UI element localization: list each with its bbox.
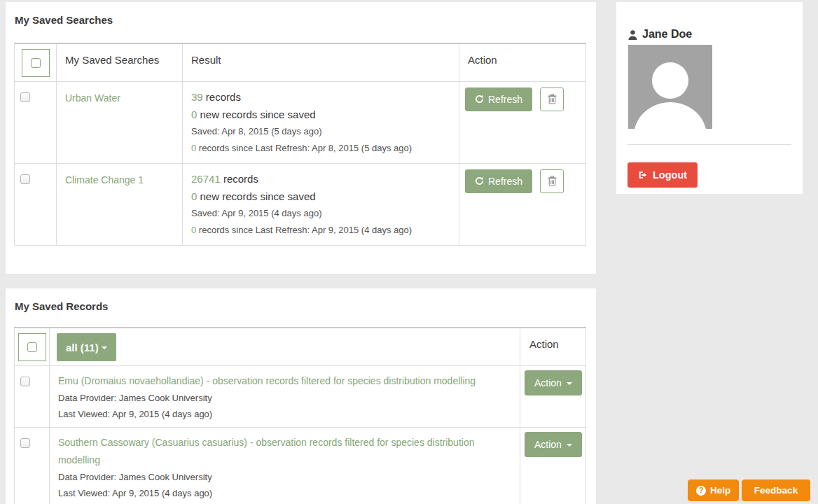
column-header-name: My Saved Searches [57,43,183,81]
records-label: records [223,173,258,185]
refresh-icon [475,94,484,104]
chevron-down-icon [567,382,572,385]
saved-records-title: My Saved Records [6,288,596,312]
saved-search-link[interactable]: Urban Water [65,92,120,104]
table-row: Emu (Dromaius novaehollandiae) - observa… [15,365,586,427]
saved-records-panel: My Saved Records all (11) Action [6,288,596,504]
last-viewed-text: Last Viewed: Apr 9, 2015 (4 days ago) [58,406,511,422]
refresh-icon [475,176,484,186]
table-row: Climate Change 1 26741 records 0 new rec… [15,163,586,245]
select-all-records-cell [15,328,50,365]
saved-record-link[interactable]: Emu (Dromaius novaehollandiae) - observa… [58,375,476,386]
select-all-records-checkbox[interactable] [27,342,37,352]
new-records-count: 0 [191,108,197,120]
new-records-label: new records since saved [200,108,316,120]
saved-searches-table: My Saved Searches Result Action Urban Wa… [14,43,586,246]
help-button[interactable]: ? Help [688,479,739,501]
delete-button[interactable] [540,169,564,193]
feedback-button[interactable]: Feedback [742,479,810,501]
select-all-searches-box [22,49,50,77]
delete-button[interactable] [540,88,564,111]
refresh-count: 0 [191,143,196,153]
data-provider-text: Data Provider: James Cook University [58,390,511,406]
row-checkbox[interactable] [20,438,30,448]
saved-records-table: all (11) Action Emu (Dromaius novaeholla… [14,327,586,504]
row-checkbox[interactable] [20,377,30,386]
data-provider-text: Data Provider: James Cook University [58,469,511,485]
records-count: 26741 [191,173,221,185]
column-header-action: Action [520,328,586,365]
logout-button[interactable]: Logout [628,162,698,188]
select-all-searches-cell [15,43,57,81]
chevron-down-icon [567,444,572,447]
refresh-count: 0 [191,225,196,235]
saved-search-link[interactable]: Climate Change 1 [65,174,144,186]
refresh-date-text: records since Last Refresh: Apr 9, 2015 … [199,225,412,235]
row-checkbox[interactable] [20,92,30,102]
select-all-searches-checkbox[interactable] [31,58,41,68]
saved-date-text: Saved: Apr 8, 2015 (5 days ago) [191,123,450,140]
avatar [628,45,712,129]
records-filter-dropdown[interactable]: all (11) [57,333,116,361]
divider [628,144,791,145]
saved-record-link[interactable]: Southern Cassowary (Casuarius casuarius)… [58,437,474,465]
chevron-down-icon [102,346,107,349]
new-records-count: 0 [191,190,197,202]
saved-date-text: Saved: Apr 9, 2015 (4 days ago) [191,205,450,222]
last-viewed-text: Last Viewed: Apr 9, 2015 (4 days ago) [58,485,511,501]
refresh-button[interactable]: Refresh [465,169,532,193]
column-header-result: Result [183,43,459,81]
new-records-label: new records since saved [200,190,316,202]
refresh-date-text: records since Last Refresh: Apr 8, 2015 … [199,143,412,153]
row-checkbox[interactable] [20,174,30,184]
column-header-action: Action [459,43,586,81]
records-label: records [206,91,241,103]
user-icon [628,29,638,40]
saved-searches-title: My Saved Searches [6,2,596,26]
records-filter-cell: all (11) [50,328,520,365]
trash-icon [548,94,557,104]
records-count: 39 [191,91,203,103]
select-all-records-box [18,333,46,361]
record-action-dropdown[interactable]: Action [525,432,582,457]
logout-icon [638,170,648,180]
user-name: Jane Doe [642,28,692,41]
refresh-button[interactable]: Refresh [465,88,532,111]
trash-icon [548,176,557,186]
table-row: Southern Cassowary (Casuarius casuarius)… [15,427,586,504]
table-row: Urban Water 39 records 0 new records sin… [15,81,586,163]
question-icon: ? [696,486,706,496]
saved-searches-panel: My Saved Searches My Saved Searches Resu… [6,2,596,274]
profile-panel: Jane Doe Logout [616,2,803,194]
record-action-dropdown[interactable]: Action [525,370,582,396]
